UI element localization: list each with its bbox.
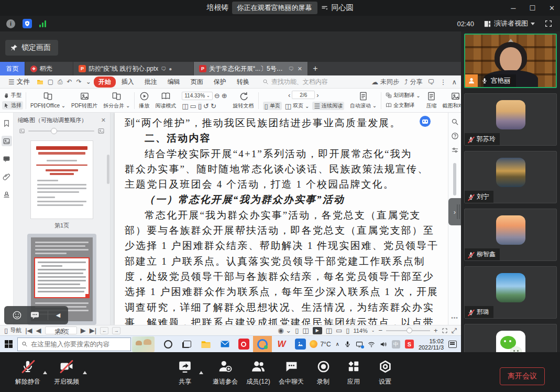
- taskbar-clock[interactable]: 15:02 2022/11/3: [419, 338, 444, 351]
- new-tab-button[interactable]: +: [308, 62, 323, 75]
- sidebar-resize-grip[interactable]: [457, 204, 460, 219]
- layout-switch-icon[interactable]: [321, 4, 328, 12]
- action-center-icon[interactable]: [448, 341, 457, 348]
- tab-docer[interactable]: ❖ 稻壳: [25, 62, 73, 75]
- zoom-in-icon[interactable]: ⊕: [222, 92, 227, 99]
- invite-button[interactable]: 邀请参会: [207, 358, 244, 386]
- participant-tile[interactable]: 刘宁: [464, 151, 557, 203]
- tab-pdf-document-active[interactable]: P 关于常态化开展“...〕5号）.pdf 🗨 ✕: [194, 62, 308, 75]
- more-quick-icon[interactable]: ⌄: [84, 78, 93, 85]
- ribbon-search-box[interactable]: 查找功能、文档内容: [262, 78, 328, 86]
- tab-close-icon[interactable]: ✕: [298, 66, 302, 72]
- pdf-to-image-button[interactable]: PDF转图片: [70, 91, 99, 110]
- share-button[interactable]: ⤴分享: [404, 78, 423, 86]
- full-translate-button[interactable]: 全文翻译: [384, 101, 422, 110]
- eye-protect-icon[interactable]: ◉ ⌄: [278, 327, 291, 334]
- document-viewport[interactable]: 到“两个维护”，推动我区民族团结进步事业高质量发展。 二、活动内容 结合学校实际…: [111, 113, 461, 325]
- weather-widget[interactable]: 7°C: [310, 340, 331, 348]
- auto-scroll-button[interactable]: 自动滚动 ⌄: [348, 91, 378, 110]
- mic-options-caret[interactable]: [43, 371, 47, 374]
- members-button[interactable]: 成员(12): [240, 358, 277, 386]
- screenshot-compare-button[interactable]: 截图和对比: [441, 91, 461, 110]
- compress-button[interactable]: 压缩: [425, 91, 438, 110]
- unmute-button[interactable]: 解除静音: [9, 358, 46, 386]
- undo-icon[interactable]: ↶: [65, 78, 74, 85]
- next-page-icon[interactable]: ›: [316, 92, 319, 99]
- sogou-input-icon[interactable]: S: [405, 340, 414, 349]
- close-panel-icon[interactable]: ✕: [101, 117, 106, 124]
- thumbnail-size-slider[interactable]: [14, 126, 110, 138]
- taskbar-search-box[interactable]: [17, 337, 131, 351]
- search-input[interactable]: [31, 341, 127, 348]
- sync-status[interactable]: ☁未同步: [371, 78, 399, 86]
- task-view-icon[interactable]: [178, 336, 196, 352]
- more-menu-icon[interactable]: ⋮: [440, 79, 446, 85]
- video-options-caret[interactable]: [83, 371, 87, 374]
- adjust-settings-icon[interactable]: [451, 146, 459, 154]
- maximize-button[interactable]: ☐: [529, 4, 535, 12]
- tray-network-icon[interactable]: [368, 341, 375, 348]
- fit-page-icon[interactable]: ▯: [346, 327, 349, 334]
- bookmarks-panel-icon[interactable]: [2, 118, 12, 128]
- share-screen-button[interactable]: 共享: [167, 358, 203, 386]
- zoom-slider-knob[interactable]: [407, 328, 412, 333]
- quick-chat-icon[interactable]: [30, 310, 40, 320]
- menu-insert[interactable]: 插入: [117, 77, 139, 88]
- thumbnail-page-1[interactable]: [31, 141, 93, 219]
- wps-assistant-icon[interactable]: [420, 116, 431, 127]
- hidden-icons-chevron[interactable]: ∧: [336, 341, 339, 347]
- double-page-button[interactable]: ◫双页 ⌄: [283, 102, 311, 110]
- expand-icon[interactable]: ⤢: [452, 327, 457, 334]
- rotate-document-button[interactable]: 旋转文档: [232, 91, 256, 110]
- help-icon[interactable]: [451, 132, 459, 140]
- zoom-out-icon[interactable]: ⊖: [214, 92, 220, 99]
- chat-button[interactable]: 会中聊天: [273, 358, 310, 386]
- comments-panel-icon[interactable]: [2, 154, 12, 164]
- menu-edit[interactable]: 编辑: [163, 77, 185, 88]
- lock-screen-button[interactable]: 锁定画面: [5, 40, 58, 56]
- close-button[interactable]: ✕: [549, 4, 555, 12]
- minimize-button[interactable]: ─: [511, 4, 515, 12]
- tencent-meeting-app-icon[interactable]: [253, 336, 272, 352]
- collapse-reactions-icon[interactable]: ◀: [56, 312, 60, 319]
- forward-view-icon[interactable]: →: [112, 327, 120, 334]
- zoom-in-icon[interactable]: +: [434, 327, 438, 334]
- tray-cast-icon[interactable]: [356, 341, 363, 348]
- meeting-security-shield-icon[interactable]: [23, 19, 32, 28]
- start-video-button[interactable]: 开启视频: [48, 358, 85, 386]
- share-options-caret[interactable]: [199, 371, 203, 374]
- select-tool[interactable]: 选择: [2, 101, 23, 110]
- photos-app-icon[interactable]: [291, 336, 310, 352]
- play-button[interactable]: 播放: [137, 91, 151, 110]
- meeting-info-icon[interactable]: i: [6, 19, 15, 28]
- view-mode-selector[interactable]: 演讲者视图: [484, 19, 535, 28]
- panel-scrollbar[interactable]: [107, 155, 109, 184]
- print-icon[interactable]: ⎙: [56, 78, 64, 85]
- pdf-to-office-button[interactable]: PDF转Office ⌄: [29, 91, 67, 110]
- rotate-left-icon[interactable]: ↺: [203, 103, 209, 110]
- music-app-icon[interactable]: [234, 336, 253, 352]
- menu-protect[interactable]: 保护: [209, 77, 231, 88]
- menu-pages[interactable]: 页面: [186, 77, 208, 88]
- fit-window-icon[interactable]: ◫: [182, 103, 188, 110]
- emoji-reaction-icon[interactable]: [12, 310, 22, 320]
- attachments-panel-icon[interactable]: [2, 171, 12, 182]
- menu-convert[interactable]: 转换: [232, 77, 254, 88]
- hand-tool[interactable]: 手型: [2, 91, 23, 100]
- fit-width-icon[interactable]: ▭: [336, 327, 342, 334]
- more-tools-icon[interactable]: •••: [448, 315, 461, 321]
- leave-meeting-button[interactable]: 离开会议: [500, 367, 545, 385]
- fit-width-icon[interactable]: ▭: [190, 103, 196, 110]
- fullscreen-icon[interactable]: [544, 19, 553, 28]
- open-icon[interactable]: [35, 79, 45, 85]
- mail-app-icon[interactable]: [215, 336, 234, 352]
- tray-volume-icon[interactable]: [380, 341, 387, 348]
- split-merge-button[interactable]: 拆分合并 ⌄: [102, 91, 131, 110]
- play-icon[interactable]: ▶: [313, 327, 322, 334]
- cortana-icon[interactable]: [159, 336, 178, 352]
- participant-tile[interactable]: 柳智鑫: [464, 209, 557, 261]
- comment-panel-icon[interactable]: 🗨: [427, 79, 434, 85]
- read-mode-button[interactable]: 阅读模式: [153, 91, 178, 110]
- participant-tile[interactable]: [464, 324, 557, 352]
- zoom-value-box[interactable]: 114.33%⌄: [182, 92, 212, 100]
